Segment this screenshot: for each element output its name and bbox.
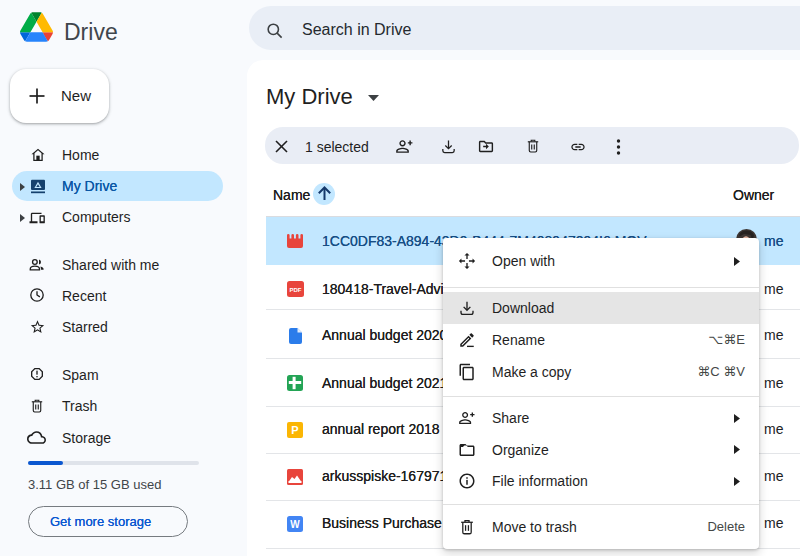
svg-text:P: P: [291, 424, 298, 436]
svg-text:W: W: [290, 519, 300, 530]
svg-text:PDF: PDF: [290, 287, 302, 293]
